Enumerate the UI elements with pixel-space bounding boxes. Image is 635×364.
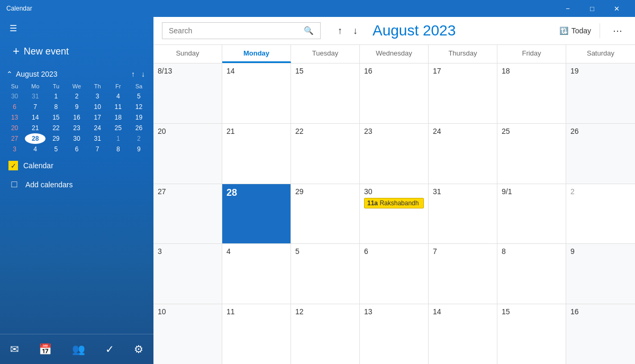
day-cell[interactable]: 9/1: [497, 184, 566, 244]
day-cell[interactable]: 25: [497, 124, 566, 184]
day-cell[interactable]: 6: [360, 244, 429, 304]
mini-cal-day[interactable]: 9: [129, 144, 149, 154]
mini-cal-day[interactable]: 7: [87, 144, 108, 154]
day-cell[interactable]: 9: [566, 244, 635, 304]
day-cell[interactable]: 15: [497, 304, 566, 364]
today-button[interactable]: 🔃 Today: [551, 23, 600, 38]
calendar-nav-button[interactable]: 📅: [32, 339, 58, 360]
mini-cal-prev-button[interactable]: ↑: [129, 69, 137, 79]
next-month-button[interactable]: ↓: [349, 23, 362, 39]
mini-cal-day[interactable]: 3: [4, 144, 25, 154]
calendar-item[interactable]: ✓ Calendar: [0, 157, 153, 175]
day-cell[interactable]: 21: [222, 124, 291, 184]
hamburger-button[interactable]: ☰: [6, 21, 20, 36]
day-cell[interactable]: 7: [429, 244, 497, 304]
day-cell[interactable]: 24: [429, 124, 497, 184]
people-nav-button[interactable]: 👥: [66, 339, 92, 360]
mini-cal-day[interactable]: 24: [87, 123, 108, 133]
maximize-button[interactable]: □: [580, 0, 604, 17]
add-calendars-button[interactable]: □ Add calendars: [0, 175, 153, 194]
day-cell[interactable]: 8: [497, 244, 566, 304]
day-cell[interactable]: 16: [566, 304, 635, 364]
close-button[interactable]: ✕: [604, 0, 629, 17]
new-event-button[interactable]: + New event: [4, 40, 149, 62]
mini-cal-day[interactable]: 8: [108, 144, 129, 154]
day-cell[interactable]: 12: [291, 304, 360, 364]
mini-cal-day[interactable]: 8: [46, 102, 66, 112]
mini-cal-day[interactable]: 18: [108, 112, 129, 123]
day-cell[interactable]: 19: [566, 63, 635, 123]
mini-cal-day[interactable]: 4: [108, 91, 129, 102]
mail-nav-button[interactable]: ✉: [4, 339, 25, 360]
day-number: 23: [364, 127, 424, 135]
mini-cal-day[interactable]: 6: [4, 102, 25, 112]
minimize-button[interactable]: −: [556, 0, 580, 17]
mini-cal-day[interactable]: 28: [25, 133, 46, 144]
prev-month-button[interactable]: ↑: [333, 23, 347, 39]
search-input[interactable]: [169, 26, 300, 35]
mini-cal-day[interactable]: 31: [87, 133, 108, 144]
mini-cal-day[interactable]: 16: [66, 112, 87, 123]
day-cell[interactable]: 5: [291, 244, 360, 304]
mini-cal-day[interactable]: 19: [129, 112, 149, 123]
mini-cal-day[interactable]: 21: [25, 123, 46, 133]
day-cell[interactable]: 28: [222, 184, 291, 244]
mini-cal-day[interactable]: 26: [129, 123, 149, 133]
mini-cal-day[interactable]: 5: [46, 144, 66, 154]
mini-cal-title-btn[interactable]: ⌃ August 2023: [6, 70, 58, 78]
day-cell[interactable]: 29: [291, 184, 360, 244]
mini-cal-day[interactable]: 1: [108, 133, 129, 144]
mini-cal-day[interactable]: 31: [25, 91, 46, 102]
calendar-checkbox[interactable]: ✓: [8, 161, 18, 170]
day-cell[interactable]: 14: [429, 304, 497, 364]
day-cell[interactable]: 3011a Rakshabandh: [360, 184, 429, 244]
mini-cal-day[interactable]: 6: [66, 144, 87, 154]
day-cell[interactable]: 23: [360, 124, 429, 184]
tasks-nav-button[interactable]: ✓: [99, 339, 121, 360]
day-cell[interactable]: 17: [429, 63, 497, 123]
day-cell[interactable]: 20: [153, 124, 222, 184]
day-cell[interactable]: 22: [291, 124, 360, 184]
mini-cal-day[interactable]: 25: [108, 123, 129, 133]
mini-cal-day[interactable]: 27: [4, 133, 25, 144]
mini-cal-day[interactable]: 22: [46, 123, 66, 133]
day-cell[interactable]: 3: [153, 244, 222, 304]
day-cell[interactable]: 18: [497, 63, 566, 123]
day-cell[interactable]: 13: [360, 304, 429, 364]
mini-cal-day[interactable]: 1: [46, 91, 66, 102]
day-cell[interactable]: 15: [291, 63, 360, 123]
more-options-button[interactable]: ⋯: [609, 23, 627, 39]
mini-cal-day[interactable]: 9: [66, 102, 87, 112]
mini-cal-day[interactable]: 2: [129, 133, 149, 144]
mini-cal-day[interactable]: 14: [25, 112, 46, 123]
mini-cal-day[interactable]: 13: [4, 112, 25, 123]
mini-cal-day[interactable]: 23: [66, 123, 87, 133]
mini-cal-next-button[interactable]: ↓: [139, 69, 147, 79]
mini-cal-day[interactable]: 10: [87, 102, 108, 112]
mini-cal-day[interactable]: 3: [87, 91, 108, 102]
mini-cal-day[interactable]: 30: [66, 133, 87, 144]
mini-cal-day[interactable]: 30: [4, 91, 25, 102]
mini-cal-day[interactable]: 11: [108, 102, 129, 112]
mini-cal-day[interactable]: 29: [46, 133, 66, 144]
mini-cal-day[interactable]: 5: [129, 91, 149, 102]
day-cell[interactable]: 4: [222, 244, 291, 304]
day-cell[interactable]: 14: [222, 63, 291, 123]
day-cell[interactable]: 10: [153, 304, 222, 364]
day-cell[interactable]: 31: [429, 184, 497, 244]
mini-cal-day[interactable]: 20: [4, 123, 25, 133]
day-cell[interactable]: 26: [566, 124, 635, 184]
settings-nav-button[interactable]: ⚙: [128, 339, 150, 360]
mini-cal-day[interactable]: 2: [66, 91, 87, 102]
event-block[interactable]: 11a Rakshabandh: [364, 198, 424, 208]
mini-cal-day[interactable]: 15: [46, 112, 66, 123]
mini-cal-day[interactable]: 17: [87, 112, 108, 123]
day-cell[interactable]: 11: [222, 304, 291, 364]
mini-cal-day[interactable]: 12: [129, 102, 149, 112]
day-cell[interactable]: 8/13: [153, 63, 222, 123]
mini-cal-day[interactable]: 7: [25, 102, 46, 112]
day-cell[interactable]: 16: [360, 63, 429, 123]
mini-cal-day[interactable]: 4: [25, 144, 46, 154]
day-cell[interactable]: 2: [566, 184, 635, 244]
day-cell[interactable]: 27: [153, 184, 222, 244]
